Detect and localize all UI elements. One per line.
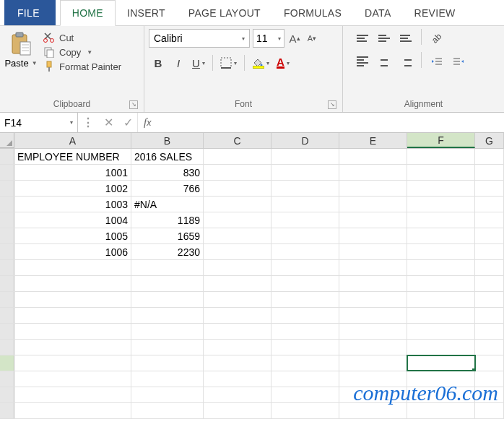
row-header[interactable] [0, 228, 14, 243]
cell-C9[interactable] [204, 276, 271, 291]
cell-A5[interactable]: 1004 [14, 212, 131, 228]
paste-button[interactable]: Paste▼ [4, 29, 38, 69]
cell-D1[interactable] [271, 149, 339, 164]
cell-E6[interactable] [339, 228, 407, 243]
cell-E3[interactable] [339, 181, 407, 196]
cell-E1[interactable] [339, 149, 407, 164]
cell-B1[interactable]: 2016 SALES [131, 149, 204, 164]
cell-D6[interactable] [271, 228, 339, 243]
cut-button[interactable]: Cut [43, 32, 121, 43]
cell-D16[interactable] [271, 387, 339, 402]
cell-F5[interactable] [407, 212, 475, 228]
cell-G11[interactable] [475, 308, 504, 323]
font-name-select[interactable]: Calibri▾ [149, 29, 250, 48]
font-color-button[interactable]: A▾ [274, 53, 292, 72]
cell-F17[interactable] [407, 403, 475, 418]
cell-G3[interactable] [475, 181, 504, 196]
cell-A16[interactable] [14, 387, 131, 402]
cell-F9[interactable] [407, 276, 475, 291]
cell-C13[interactable] [204, 340, 271, 355]
cell-B16[interactable] [131, 387, 204, 402]
cell-G6[interactable] [475, 228, 504, 243]
row-header[interactable] [0, 292, 14, 307]
increase-indent-button[interactable] [449, 52, 468, 71]
cell-C17[interactable] [204, 403, 271, 418]
row-header[interactable] [0, 149, 14, 164]
italic-button[interactable]: I [169, 53, 188, 72]
cell-G4[interactable] [475, 197, 504, 212]
cell-F14[interactable] [407, 355, 475, 371]
tab-home[interactable]: HOME [60, 0, 116, 26]
bold-button[interactable]: B [149, 53, 168, 72]
tab-formulas[interactable]: FORMULAS [272, 0, 353, 25]
cell-E13[interactable] [339, 340, 407, 355]
row-header[interactable] [0, 324, 14, 339]
cell-B9[interactable] [131, 276, 204, 291]
cell-A8[interactable] [14, 260, 131, 275]
cell-A17[interactable] [14, 403, 131, 418]
cell-D12[interactable] [271, 324, 339, 339]
cell-C8[interactable] [204, 260, 271, 275]
cell-C7[interactable] [204, 244, 271, 259]
col-header-E[interactable]: E [339, 133, 407, 148]
cell-D3[interactable] [271, 181, 339, 196]
row-header[interactable] [0, 181, 14, 196]
copy-button[interactable]: Copy▼ [43, 46, 121, 58]
cell-B7[interactable]: 2230 [131, 244, 204, 259]
cell-B14[interactable] [131, 355, 204, 371]
align-bottom-button[interactable] [396, 29, 415, 48]
cell-B2[interactable]: 830 [131, 165, 204, 180]
cell-F7[interactable] [407, 244, 475, 259]
row-header[interactable] [0, 355, 14, 371]
cell-B13[interactable] [131, 340, 204, 355]
col-header-F[interactable]: F [407, 133, 475, 148]
cell-E8[interactable] [339, 260, 407, 275]
cell-B4[interactable]: #N/A [131, 197, 204, 212]
cell-D4[interactable] [271, 197, 339, 212]
cell-F13[interactable] [407, 340, 475, 355]
cell-A2[interactable]: 1001 [14, 165, 131, 180]
cell-F3[interactable] [407, 181, 475, 196]
cell-A7[interactable]: 1006 [14, 244, 131, 259]
cell-C14[interactable] [204, 355, 271, 371]
cancel-formula-button[interactable]: ✕ [104, 116, 113, 129]
cell-D5[interactable] [271, 212, 339, 228]
cell-G9[interactable] [475, 276, 504, 291]
cell-E4[interactable] [339, 197, 407, 212]
select-all-corner[interactable] [0, 133, 14, 148]
cell-F11[interactable] [407, 308, 475, 323]
row-header[interactable] [0, 276, 14, 291]
cell-A4[interactable]: 1003 [14, 197, 131, 212]
cell-B10[interactable] [131, 292, 204, 307]
align-top-button[interactable] [353, 29, 372, 48]
tab-review[interactable]: REVIEW [403, 0, 467, 25]
cell-E5[interactable] [339, 212, 407, 228]
cell-D15[interactable] [271, 371, 339, 387]
cell-A11[interactable] [14, 308, 131, 323]
cell-A3[interactable]: 1002 [14, 181, 131, 196]
cell-C1[interactable] [204, 149, 271, 164]
cell-B6[interactable]: 1659 [131, 228, 204, 243]
cell-B17[interactable] [131, 403, 204, 418]
row-header[interactable] [0, 387, 14, 402]
cell-E2[interactable] [339, 165, 407, 180]
decrease-indent-button[interactable] [427, 52, 446, 71]
font-size-select[interactable]: 11▾ [253, 29, 284, 48]
cell-E17[interactable] [339, 403, 407, 418]
row-header[interactable] [0, 340, 14, 355]
align-center-button[interactable] [375, 52, 394, 71]
underline-button[interactable]: U▾ [189, 53, 208, 72]
cell-D2[interactable] [271, 165, 339, 180]
row-header[interactable] [0, 212, 14, 228]
tab-data[interactable]: DATA [353, 0, 402, 25]
cell-G8[interactable] [475, 260, 504, 275]
formula-input[interactable] [157, 113, 504, 132]
align-middle-button[interactable] [375, 29, 394, 48]
cell-B15[interactable] [131, 371, 204, 387]
row-header[interactable] [0, 371, 14, 387]
cell-F8[interactable] [407, 260, 475, 275]
col-header-B[interactable]: B [131, 133, 204, 148]
cell-A10[interactable] [14, 292, 131, 307]
col-header-G[interactable]: G [475, 133, 504, 148]
cell-C2[interactable] [204, 165, 271, 180]
